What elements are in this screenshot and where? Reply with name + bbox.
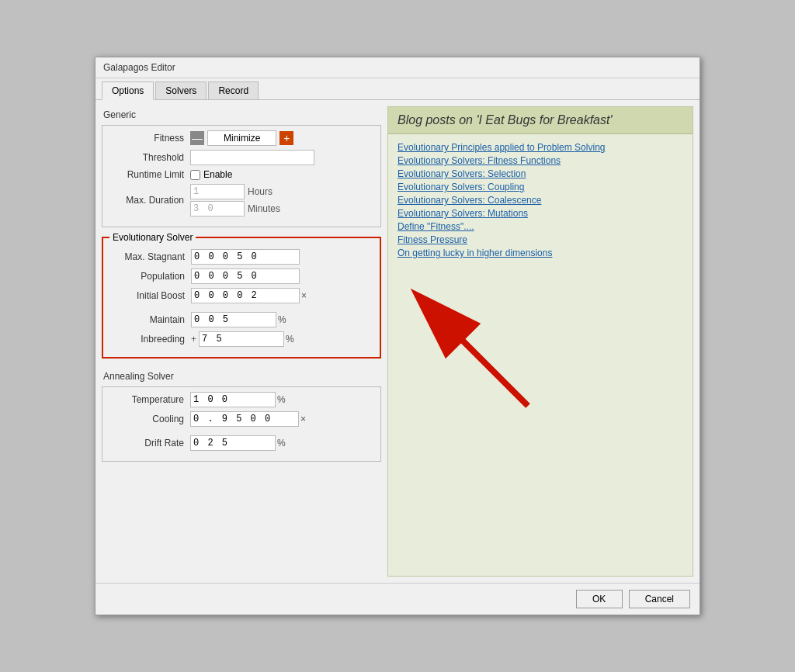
cooling-control: × bbox=[190, 411, 306, 427]
right-panel: Blog posts on 'I Eat Bugs for Breakfast'… bbox=[387, 106, 693, 577]
max-duration-row: Max. Duration Hours Minutes bbox=[109, 184, 374, 216]
initial-boost-row: Initial Boost × bbox=[109, 288, 373, 303]
blog-link-6[interactable]: Evolutionary Solvers: Mutations bbox=[398, 208, 683, 219]
blog-link-7[interactable]: Define "Fitness".... bbox=[398, 221, 683, 232]
population-input[interactable] bbox=[191, 268, 300, 284]
evolutionary-label: Evolutionary Solver bbox=[109, 232, 196, 243]
evolutionary-section: Evolutionary Solver Max. Stagnant Popula… bbox=[102, 237, 381, 359]
threshold-label: Threshold bbox=[109, 152, 190, 163]
window-title: Galapagos Editor bbox=[103, 62, 175, 73]
tab-record[interactable]: Record bbox=[208, 81, 259, 99]
inbreeding-control: + % bbox=[191, 331, 294, 347]
temperature-row: Temperature % bbox=[109, 392, 374, 407]
svg-line-1 bbox=[419, 297, 528, 406]
threshold-input[interactable] bbox=[190, 150, 314, 165]
inbreeding-prefix: + bbox=[191, 334, 196, 345]
fitness-label: Fitness bbox=[109, 133, 190, 144]
minutes-label: Minutes bbox=[248, 203, 280, 214]
initial-boost-suffix: × bbox=[301, 290, 307, 301]
minutes-input[interactable] bbox=[190, 201, 245, 216]
initial-boost-control: × bbox=[191, 288, 307, 303]
maintain-input[interactable] bbox=[191, 312, 276, 327]
runtime-label: Runtime Limit bbox=[109, 169, 190, 180]
hours-input[interactable] bbox=[190, 184, 245, 199]
runtime-row: Runtime Limit Enable bbox=[109, 169, 374, 180]
drift-rate-suffix: % bbox=[277, 438, 286, 449]
hours-row: Hours bbox=[190, 184, 280, 199]
tab-options[interactable]: Options bbox=[102, 81, 154, 100]
maintain-row: Maintain % bbox=[109, 312, 373, 327]
initial-boost-label: Initial Boost bbox=[109, 290, 191, 301]
drift-rate-input[interactable] bbox=[190, 435, 276, 451]
generic-group: Fitness — Minimize + Threshold bbox=[102, 125, 381, 227]
blog-links: Evolutionary Principles applied to Probl… bbox=[388, 134, 693, 266]
fitness-control: — Minimize + bbox=[190, 130, 293, 146]
fitness-minus-button[interactable]: — bbox=[190, 131, 204, 145]
cooling-row: Cooling × bbox=[109, 411, 374, 427]
blog-link-3[interactable]: Evolutionary Solvers: Selection bbox=[398, 168, 683, 179]
content-area: Generic Fitness — Minimize + Threshold bbox=[95, 100, 700, 583]
runtime-enable: Enable bbox=[190, 169, 232, 180]
maintain-label: Maintain bbox=[109, 314, 191, 325]
cooling-label: Cooling bbox=[109, 414, 190, 424]
inbreeding-row: Inbreeding + % bbox=[109, 331, 373, 347]
generic-section: Generic Fitness — Minimize + Threshold bbox=[102, 106, 381, 227]
fitness-value: Minimize bbox=[207, 130, 276, 146]
initial-boost-input[interactable] bbox=[191, 288, 300, 303]
inbreeding-suffix: % bbox=[286, 334, 294, 345]
evolutionary-group: Evolutionary Solver Max. Stagnant Popula… bbox=[102, 237, 381, 359]
blog-link-8[interactable]: Fitness Pressure bbox=[398, 234, 683, 245]
temperature-control: % bbox=[190, 392, 286, 407]
hours-label: Hours bbox=[248, 186, 273, 197]
red-arrow-icon bbox=[404, 282, 559, 421]
population-row: Population bbox=[109, 268, 373, 284]
annealing-group: Temperature % Cooling × bbox=[102, 386, 381, 462]
drift-rate-control: % bbox=[190, 435, 286, 451]
cooling-input[interactable] bbox=[190, 411, 299, 427]
max-stagnant-label: Max. Stagnant bbox=[109, 251, 191, 262]
fitness-plus-button[interactable]: + bbox=[279, 131, 293, 145]
tab-bar: Options Solvers Record bbox=[95, 78, 700, 100]
cancel-button[interactable]: Cancel bbox=[629, 590, 690, 608]
blog-link-9[interactable]: On getting lucky in higher dimensions bbox=[398, 248, 683, 258]
tab-solvers[interactable]: Solvers bbox=[155, 81, 207, 99]
fitness-row: Fitness — Minimize + bbox=[109, 130, 374, 146]
bottom-bar: OK Cancel bbox=[95, 583, 700, 615]
maintain-suffix: % bbox=[278, 314, 286, 325]
drift-rate-label: Drift Rate bbox=[109, 438, 190, 449]
maintain-control: % bbox=[191, 312, 286, 327]
arrow-area bbox=[388, 266, 693, 576]
generic-label: Generic bbox=[102, 106, 381, 122]
blog-link-2[interactable]: Evolutionary Solvers: Fitness Functions bbox=[398, 155, 683, 166]
ok-button[interactable]: OK bbox=[576, 590, 623, 608]
duration-inputs: Hours Minutes bbox=[190, 184, 280, 216]
temperature-input[interactable] bbox=[190, 392, 276, 407]
main-window: Galapagos Editor Options Solvers Record … bbox=[95, 57, 700, 615]
threshold-row: Threshold bbox=[109, 150, 374, 165]
cooling-suffix: × bbox=[300, 414, 306, 424]
blog-link-5[interactable]: Evolutionary Solvers: Coalescence bbox=[398, 195, 683, 206]
runtime-checkbox[interactable] bbox=[190, 170, 200, 180]
temperature-suffix: % bbox=[277, 394, 286, 405]
blog-link-4[interactable]: Evolutionary Solvers: Coupling bbox=[398, 182, 683, 192]
left-panel: Generic Fitness — Minimize + Threshold bbox=[102, 106, 381, 577]
blog-link-1[interactable]: Evolutionary Principles applied to Probl… bbox=[398, 142, 683, 153]
annealing-label: Annealing Solver bbox=[102, 368, 381, 383]
runtime-enable-label: Enable bbox=[203, 169, 232, 180]
max-stagnant-row: Max. Stagnant bbox=[109, 249, 373, 265]
population-label: Population bbox=[109, 271, 191, 282]
temperature-label: Temperature bbox=[109, 394, 190, 405]
annealing-section: Annealing Solver Temperature % Cooling bbox=[102, 368, 381, 462]
inbreeding-label: Inbreeding bbox=[109, 334, 191, 345]
drift-rate-row: Drift Rate % bbox=[109, 435, 374, 451]
minutes-row: Minutes bbox=[190, 201, 280, 216]
titlebar: Galapagos Editor bbox=[95, 57, 700, 78]
max-duration-label: Max. Duration bbox=[109, 195, 190, 206]
blog-header: Blog posts on 'I Eat Bugs for Breakfast' bbox=[388, 107, 693, 134]
inbreeding-input[interactable] bbox=[199, 331, 284, 347]
max-stagnant-input[interactable] bbox=[191, 249, 300, 265]
